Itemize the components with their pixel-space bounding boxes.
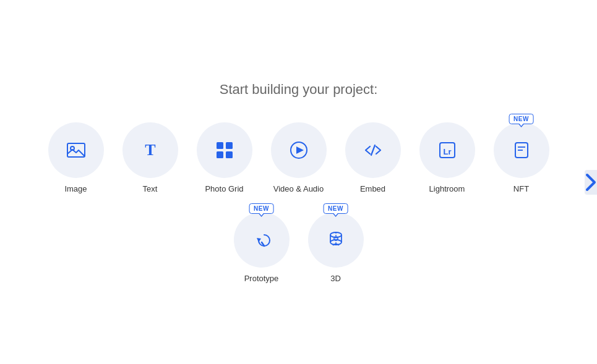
svg-rect-5 — [217, 151, 223, 158]
circle-embed[interactable] — [345, 122, 401, 178]
circle-image[interactable] — [48, 122, 104, 178]
3d-icon — [325, 229, 347, 251]
item-label-embed: Embed — [360, 184, 385, 193]
svg-marker-15 — [257, 238, 261, 242]
circle-photo-grid[interactable] — [197, 122, 252, 178]
item-label-text: Text — [143, 184, 158, 193]
video-icon — [288, 139, 310, 161]
image-icon — [65, 139, 87, 161]
svg-text:Lr: Lr — [443, 147, 451, 156]
svg-rect-6 — [226, 151, 233, 158]
item-nft[interactable]: NEW NFT — [487, 122, 556, 193]
svg-text:T: T — [145, 141, 155, 159]
prototype-new-badge: NEW — [249, 203, 274, 214]
page-container: Start building your project: Image — [0, 0, 597, 364]
item-photo-grid[interactable]: Photo Grid — [191, 122, 259, 193]
photo-grid-icon — [213, 139, 236, 161]
nft-icon — [510, 139, 533, 161]
svg-rect-0 — [67, 143, 85, 157]
row-2: NEW Prototype NEW — [228, 212, 370, 283]
embed-icon — [362, 139, 384, 161]
circle-lightroom[interactable]: Lr — [419, 122, 475, 178]
prototype-icon — [251, 229, 273, 251]
item-video-audio[interactable]: Video & Audio — [265, 122, 333, 193]
circle-prototype[interactable] — [234, 212, 290, 268]
item-label-prototype: Prototype — [244, 274, 279, 283]
item-prototype[interactable]: NEW Prototype — [228, 212, 296, 283]
nft-new-badge: NEW — [509, 114, 534, 124]
svg-rect-3 — [217, 142, 223, 149]
item-3d[interactable]: NEW 3D — [302, 212, 370, 283]
item-embed[interactable]: Embed — [339, 122, 407, 193]
text-icon: T — [139, 139, 161, 161]
page-title: Start building your project: — [220, 82, 378, 98]
item-label-photo-grid: Photo Grid — [205, 184, 243, 193]
item-text[interactable]: T Text — [116, 122, 184, 193]
row-1: Image T Text — [42, 122, 556, 193]
item-label-3d: 3D — [330, 274, 341, 283]
lightroom-icon: Lr — [436, 139, 458, 161]
3d-new-badge: NEW — [323, 203, 348, 214]
items-container: Image T Text — [42, 122, 556, 283]
item-image[interactable]: Image — [42, 122, 110, 193]
chevron-right-icon — [585, 171, 597, 193]
item-label-image: Image — [64, 184, 87, 193]
svg-line-9 — [371, 145, 375, 155]
svg-marker-8 — [296, 146, 304, 154]
right-arrow-button[interactable] — [585, 170, 597, 195]
item-label-lightroom: Lightroom — [429, 184, 465, 193]
circle-video-audio[interactable] — [271, 122, 327, 178]
circle-nft[interactable] — [494, 122, 549, 178]
svg-rect-4 — [226, 142, 233, 149]
item-label-nft: NFT — [513, 184, 529, 193]
item-lightroom[interactable]: Lr Lightroom — [413, 122, 481, 193]
circle-3d[interactable] — [308, 212, 364, 268]
item-label-video-audio: Video & Audio — [273, 184, 324, 193]
circle-text[interactable]: T — [122, 122, 178, 178]
